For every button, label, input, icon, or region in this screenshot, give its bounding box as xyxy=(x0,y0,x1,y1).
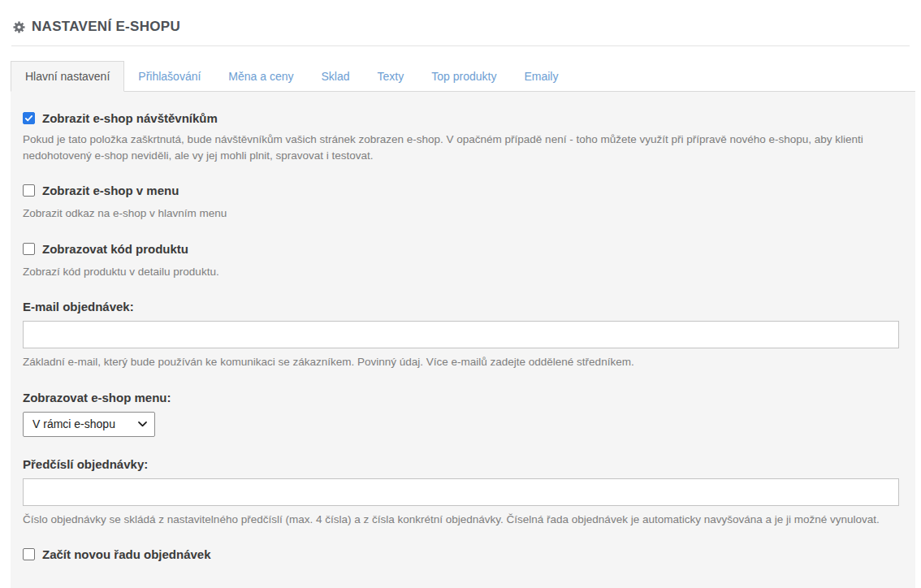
group-show-eshop: Zobrazit e-shop návštěvníkům Pokud je ta… xyxy=(23,111,899,163)
menu-display-label: Zobrazovat e-shop menu: xyxy=(23,391,899,404)
gear-icon xyxy=(13,21,25,33)
main-settings-panel: Zobrazit e-shop návštěvníkům Pokud je ta… xyxy=(11,92,915,588)
settings-tabs: Hlavní nastavení Přihlašování Měna a cen… xyxy=(11,61,915,92)
order-prefix-input[interactable] xyxy=(23,478,899,506)
tab-texty[interactable]: Texty xyxy=(364,62,418,91)
show-product-code-checkbox-row[interactable]: Zobrazovat kód produktu xyxy=(23,242,188,256)
order-email-input[interactable] xyxy=(23,321,899,348)
tab-sklad[interactable]: Sklad xyxy=(308,62,364,91)
show-eshop-description: Pokud je tato položka zaškrtnutá, bude n… xyxy=(23,132,899,163)
show-in-menu-checkbox[interactable] xyxy=(23,184,35,197)
group-order-email: E-mail objednávek: Základní e-mail, kter… xyxy=(23,300,899,370)
tab-top-produkty[interactable]: Top produkty xyxy=(417,62,510,91)
show-eshop-checkbox[interactable] xyxy=(23,112,35,124)
tab-prihlasovani[interactable]: Přihlašování xyxy=(124,62,214,91)
tab-hlavni-nastaveni[interactable]: Hlavní nastavení xyxy=(11,61,124,92)
show-product-code-checkbox[interactable] xyxy=(23,243,35,255)
menu-display-select[interactable]: V rámci e-shopu xyxy=(23,412,155,437)
group-menu-display: Zobrazovat e-shop menu: V rámci e-shopu xyxy=(23,391,899,437)
order-email-label: E-mail objednávek: xyxy=(23,300,899,313)
show-in-menu-checkbox-row[interactable]: Zobrazit e-shop v menu xyxy=(23,184,179,197)
new-order-series-checkbox[interactable] xyxy=(23,548,35,560)
show-eshop-checkbox-row[interactable]: Zobrazit e-shop návštěvníkům xyxy=(23,111,218,125)
menu-display-select-wrap: V rámci e-shopu xyxy=(23,412,155,437)
group-order-prefix: Předčíslí objednávky: Číslo objednávky s… xyxy=(23,457,899,528)
new-order-series-label: Začít novou řadu objednávek xyxy=(42,547,211,561)
group-show-in-menu: Zobrazit e-shop v menu Zobrazit odkaz na… xyxy=(23,184,899,222)
show-eshop-label: Zobrazit e-shop návštěvníkům xyxy=(42,111,218,125)
show-product-code-label: Zobrazovat kód produktu xyxy=(42,242,188,256)
order-prefix-label: Předčíslí objednávky: xyxy=(23,457,899,471)
page-header: NASTAVENÍ E-SHOPU xyxy=(11,0,910,46)
show-in-menu-description: Zobrazit odkaz na e-shop v hlavním menu xyxy=(23,205,899,222)
group-show-product-code: Zobrazovat kód produktu Zobrazí kód prod… xyxy=(23,242,899,280)
tab-mena-a-ceny[interactable]: Měna a ceny xyxy=(214,62,307,91)
tab-emaily[interactable]: Emaily xyxy=(510,62,572,91)
order-prefix-description: Číslo objednávky se skládá z nastaviteln… xyxy=(23,512,899,528)
group-new-order-series: Začít novou řadu objednávek xyxy=(23,547,899,564)
check-icon xyxy=(24,114,33,123)
show-product-code-description: Zobrazí kód produktu v detailu produktu. xyxy=(23,264,899,280)
new-order-series-checkbox-row[interactable]: Začít novou řadu objednávek xyxy=(23,547,211,561)
show-in-menu-label: Zobrazit e-shop v menu xyxy=(42,184,179,197)
page-title: NASTAVENÍ E-SHOPU xyxy=(32,19,180,35)
order-email-description: Základní e-mail, který bude používán ke … xyxy=(23,354,899,370)
